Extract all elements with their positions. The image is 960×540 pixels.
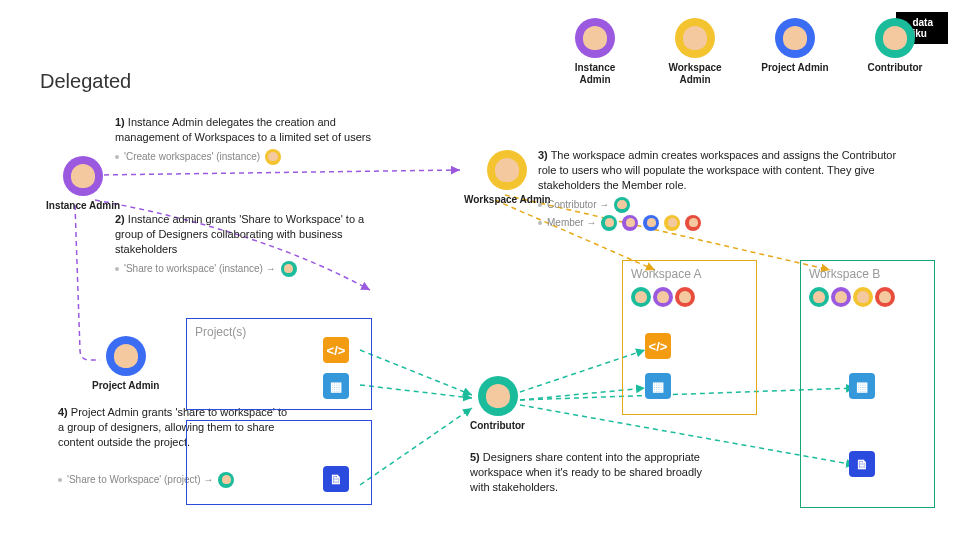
grid-icon: ▦ — [645, 373, 671, 399]
box-projects-title: Project(s) — [195, 325, 246, 339]
box-workspace-a: Workspace A </> ▦ — [622, 260, 757, 415]
doc-icon: 🗎 — [323, 466, 349, 492]
node-instance-admin: Instance Admin — [46, 156, 120, 211]
box-wsa-title: Workspace A — [631, 267, 701, 281]
step-3: 3) The workspace admin creates workspace… — [538, 148, 898, 231]
grid-icon: ▦ — [849, 373, 875, 399]
perm-share-instance: 'Share to workspace' (instance) → — [115, 261, 375, 277]
page-title: Delegated — [40, 70, 131, 93]
perm-contributor: Contributor → — [538, 197, 898, 213]
node-project-admin: Project Admin — [92, 336, 159, 391]
legend-instance-admin: Instance Admin — [560, 18, 630, 86]
doc-icon: 🗎 — [849, 451, 875, 477]
box-wsb-title: Workspace B — [809, 267, 880, 281]
box-projects-2: 🗎 — [186, 420, 372, 505]
code-icon: </> — [645, 333, 671, 359]
perm-member: Member → — [538, 215, 898, 231]
role-legend: Instance Admin Workspace Admin Project A… — [560, 18, 930, 86]
box-workspace-b: Workspace B ▦ 🗎 — [800, 260, 935, 508]
legend-workspace-admin: Workspace Admin — [660, 18, 730, 86]
step-1: 1) Instance Admin delegates the creation… — [115, 115, 395, 165]
legend-contributor: Contributor — [860, 18, 930, 86]
step-5: 5) Designers share content into the appr… — [470, 450, 720, 495]
code-icon: </> — [323, 337, 349, 363]
legend-project-admin: Project Admin — [760, 18, 830, 86]
box-projects-1: Project(s) </> ▦ — [186, 318, 372, 410]
step-2: 2) Instance admin grants 'Share to Works… — [115, 212, 375, 277]
perm-create-workspaces: 'Create workspaces' (instance) — [115, 149, 395, 165]
wsa-members — [631, 287, 695, 307]
grid-icon: ▦ — [323, 373, 349, 399]
node-contributor: Contributor — [470, 376, 525, 431]
wsb-members — [809, 287, 895, 307]
